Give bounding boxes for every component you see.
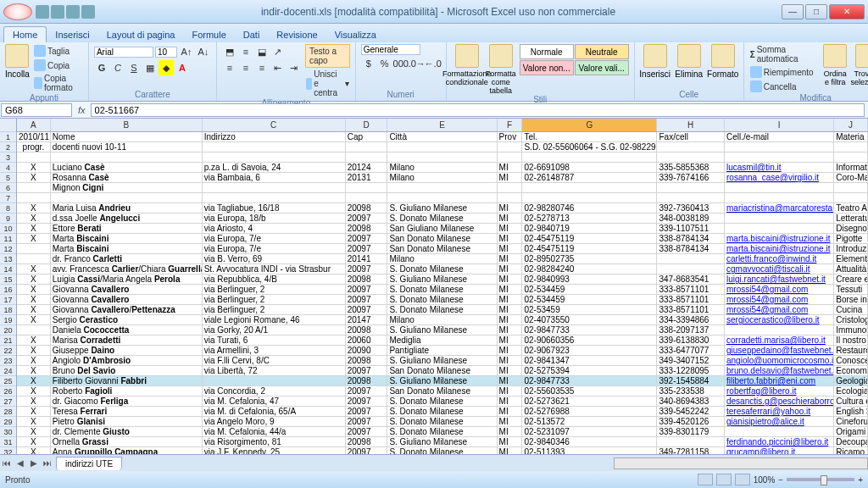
- italic-button[interactable]: C: [110, 60, 125, 75]
- cell[interactable]: 333-8571101: [657, 295, 725, 304]
- cell[interactable]: Ricamo: [834, 447, 868, 454]
- cell[interactable]: 338-8784134: [657, 244, 725, 253]
- row-header-8[interactable]: 8: [0, 203, 16, 214]
- cell[interactable]: 349-3407152: [657, 356, 725, 365]
- decrease-indent-button[interactable]: ⇤: [270, 60, 286, 75]
- cell[interactable]: 02-9847733: [522, 325, 657, 335]
- cell[interactable]: [657, 437, 725, 446]
- font-size-select[interactable]: [155, 47, 177, 58]
- ribbon-tab-revisione[interactable]: Revisione: [268, 27, 326, 42]
- cell[interactable]: 02-9840346: [522, 437, 657, 446]
- row-header-25[interactable]: 25: [0, 376, 16, 386]
- insert-cells-button[interactable]: Inserisci: [640, 44, 670, 79]
- cell[interactable]: S. Donato Milanese: [387, 417, 497, 426]
- row-header-17[interactable]: 17: [0, 295, 16, 305]
- cell[interactable]: 02-4073550: [522, 315, 657, 324]
- cell[interactable]: Bruno Del Savio: [51, 366, 203, 375]
- cell[interactable]: 20097: [346, 264, 388, 274]
- cell[interactable]: [203, 193, 346, 202]
- cell[interactable]: 348-0038189: [657, 214, 725, 223]
- row-header-32[interactable]: 32: [0, 447, 16, 454]
- row-header-29[interactable]: 29: [0, 417, 16, 427]
- cell[interactable]: X: [17, 274, 51, 284]
- cell[interactable]: 02-45475119: [522, 234, 657, 243]
- cell[interactable]: [203, 142, 346, 152]
- name-box[interactable]: [1, 103, 72, 117]
- font-color-button[interactable]: A: [175, 60, 190, 75]
- cell[interactable]: 20097: [346, 295, 388, 304]
- cell[interactable]: Cristologia e Teolo: [834, 315, 868, 324]
- font-name-select[interactable]: [94, 47, 153, 58]
- row-header-10[interactable]: 10: [0, 224, 16, 234]
- cell[interactable]: Marta Biscaini: [51, 234, 203, 243]
- cell[interactable]: X: [17, 417, 51, 426]
- row-header-1[interactable]: 1: [0, 132, 16, 142]
- cell[interactable]: viale Legioni Romane, 46: [203, 315, 346, 324]
- row-header-22[interactable]: 22: [0, 346, 16, 356]
- cell[interactable]: 333-8571101: [657, 285, 725, 294]
- cell[interactable]: 02-89502735: [522, 254, 657, 263]
- cell[interactable]: [346, 152, 388, 162]
- cell[interactable]: 02-5276988: [522, 407, 657, 416]
- column-header-A[interactable]: A: [17, 119, 51, 131]
- cell[interactable]: Borse in stoffa: [834, 295, 868, 304]
- cell[interactable]: X: [17, 163, 51, 172]
- cell[interactable]: MI: [498, 346, 523, 355]
- row-header-31[interactable]: 31: [0, 437, 16, 447]
- cell[interactable]: 392-1545884: [657, 376, 725, 385]
- column-header-J[interactable]: J: [834, 119, 868, 131]
- cell[interactable]: 20098: [346, 224, 388, 233]
- cell[interactable]: 02-6691098: [522, 163, 657, 172]
- cell[interactable]: Coro-Maestra: [834, 173, 868, 182]
- cell[interactable]: 20131: [346, 173, 388, 182]
- cell[interactable]: [498, 193, 523, 202]
- align-right-button[interactable]: ≡: [254, 60, 270, 75]
- cell[interactable]: 2010/11: [17, 132, 51, 141]
- cell[interactable]: Anna Gruppillo Campagna: [51, 447, 203, 454]
- cell[interactable]: 02-9847733: [522, 376, 657, 385]
- column-header-G[interactable]: G: [522, 119, 657, 131]
- cell[interactable]: S. Giuliano Milanese: [387, 274, 497, 284]
- page-layout-view-button[interactable]: [716, 474, 732, 485]
- cell[interactable]: via Bambaia, 6: [203, 173, 346, 182]
- maximize-button[interactable]: □: [805, 4, 827, 19]
- cell[interactable]: mrossi54@gmail.com: [725, 305, 834, 314]
- cell[interactable]: [657, 193, 725, 202]
- cell[interactable]: [346, 142, 388, 152]
- cell-style-0[interactable]: Normale: [520, 44, 574, 59]
- cell[interactable]: 339-1107511: [657, 224, 725, 233]
- cell[interactable]: 02-9841347: [522, 356, 657, 365]
- row-header-12[interactable]: 12: [0, 244, 16, 254]
- cell[interactable]: 02-534459: [522, 285, 657, 294]
- wrap-text-button[interactable]: Testo a capo: [305, 44, 350, 68]
- cell[interactable]: via J.F. Kennedy, 25: [203, 447, 346, 454]
- cell[interactable]: [657, 152, 725, 162]
- cell[interactable]: via Angelo Moro, 9: [203, 417, 346, 426]
- office-button[interactable]: [3, 3, 32, 20]
- percent-button[interactable]: %: [377, 56, 392, 71]
- cell[interactable]: [346, 183, 388, 192]
- cell[interactable]: MI: [498, 224, 523, 233]
- cell[interactable]: Milano: [387, 315, 497, 324]
- column-header-D[interactable]: D: [346, 119, 388, 131]
- cell[interactable]: via Berlinguer, 2: [203, 285, 346, 294]
- cell[interactable]: 20098: [346, 203, 388, 213]
- cell[interactable]: 02-511393: [522, 447, 657, 454]
- cell[interactable]: rosanna_case@virgilio.it: [725, 173, 834, 182]
- cell[interactable]: [834, 142, 868, 152]
- cell[interactable]: 02-55603535: [522, 386, 657, 396]
- close-button[interactable]: ✕: [829, 4, 865, 19]
- sheet-tab[interactable]: indirizzi UTE: [56, 457, 122, 470]
- align-center-button[interactable]: ≡: [238, 60, 253, 75]
- row-header-14[interactable]: 14: [0, 264, 16, 274]
- cell[interactable]: MI: [498, 285, 523, 294]
- cell[interactable]: [498, 152, 523, 162]
- row-header-2[interactable]: 2: [0, 142, 16, 152]
- cell[interactable]: S. Donato Milanese: [387, 407, 497, 416]
- number-format-select[interactable]: [361, 44, 420, 55]
- increase-indent-button[interactable]: ⇥: [287, 60, 302, 75]
- align-middle-button[interactable]: ≡: [238, 44, 253, 59]
- cell[interactable]: X: [17, 214, 51, 223]
- cell[interactable]: via Berlinguer, 2: [203, 305, 346, 314]
- grow-font-button[interactable]: A↑: [179, 44, 194, 59]
